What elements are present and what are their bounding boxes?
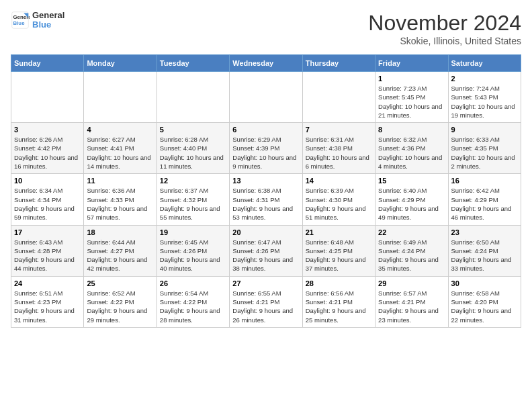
day-info: Sunrise: 7:23 AM Sunset: 5:45 PM Dayligh… xyxy=(378,84,445,120)
day-info: Sunrise: 6:40 AM Sunset: 4:29 PM Dayligh… xyxy=(378,186,445,222)
weekday-header: Saturday xyxy=(448,55,521,72)
calendar-cell xyxy=(11,72,84,123)
svg-text:Blue: Blue xyxy=(13,20,26,26)
day-info: Sunrise: 6:36 AM Sunset: 4:33 PM Dayligh… xyxy=(87,186,153,222)
calendar-week-row: 3Sunrise: 6:26 AM Sunset: 4:42 PM Daylig… xyxy=(11,123,521,174)
calendar-cell: 2Sunrise: 7:24 AM Sunset: 5:43 PM Daylig… xyxy=(448,72,521,123)
day-number: 24 xyxy=(14,279,81,287)
day-number: 9 xyxy=(451,126,518,134)
day-info: Sunrise: 6:47 AM Sunset: 4:26 PM Dayligh… xyxy=(232,238,299,273)
location-title: Skokie, Illinois, United States xyxy=(368,36,521,46)
calendar-cell: 9Sunrise: 6:33 AM Sunset: 4:35 PM Daylig… xyxy=(448,123,521,174)
calendar-cell: 6Sunrise: 6:29 AM Sunset: 4:39 PM Daylig… xyxy=(230,123,302,174)
day-number: 16 xyxy=(451,177,518,185)
calendar-table: SundayMondayTuesdayWednesdayThursdayFrid… xyxy=(11,54,521,328)
day-info: Sunrise: 6:51 AM Sunset: 4:23 PM Dayligh… xyxy=(14,289,81,324)
day-number: 2 xyxy=(451,75,518,83)
weekday-header: Thursday xyxy=(302,55,375,72)
calendar-cell: 11Sunrise: 6:36 AM Sunset: 4:33 PM Dayli… xyxy=(84,174,157,225)
weekday-header: Wednesday xyxy=(230,55,302,72)
calendar-cell: 20Sunrise: 6:47 AM Sunset: 4:26 PM Dayli… xyxy=(230,225,302,276)
day-info: Sunrise: 6:26 AM Sunset: 4:42 PM Dayligh… xyxy=(14,135,81,171)
day-info: Sunrise: 6:27 AM Sunset: 4:41 PM Dayligh… xyxy=(87,135,153,171)
calendar-cell: 8Sunrise: 6:32 AM Sunset: 4:36 PM Daylig… xyxy=(375,123,448,174)
logo-text-line2: Blue xyxy=(32,20,64,30)
day-info: Sunrise: 6:29 AM Sunset: 4:39 PM Dayligh… xyxy=(232,135,299,171)
title-block: November 2024 Skokie, Illinois, United S… xyxy=(368,11,521,46)
day-info: Sunrise: 6:50 AM Sunset: 4:24 PM Dayligh… xyxy=(451,238,518,273)
logo: General Blue General Blue xyxy=(11,11,64,30)
day-info: Sunrise: 6:44 AM Sunset: 4:27 PM Dayligh… xyxy=(87,238,153,273)
calendar-cell: 24Sunrise: 6:51 AM Sunset: 4:23 PM Dayli… xyxy=(11,276,84,327)
day-number: 11 xyxy=(87,177,153,185)
calendar-week-row: 24Sunrise: 6:51 AM Sunset: 4:23 PM Dayli… xyxy=(11,276,521,327)
calendar-cell: 1Sunrise: 7:23 AM Sunset: 5:45 PM Daylig… xyxy=(375,72,448,123)
day-info: Sunrise: 6:38 AM Sunset: 4:31 PM Dayligh… xyxy=(232,186,299,222)
day-number: 26 xyxy=(160,279,226,287)
calendar-cell: 29Sunrise: 6:57 AM Sunset: 4:21 PM Dayli… xyxy=(375,276,448,327)
day-info: Sunrise: 6:37 AM Sunset: 4:32 PM Dayligh… xyxy=(160,186,226,222)
day-info: Sunrise: 6:33 AM Sunset: 4:35 PM Dayligh… xyxy=(451,135,518,171)
day-info: Sunrise: 6:32 AM Sunset: 4:36 PM Dayligh… xyxy=(378,135,445,171)
day-info: Sunrise: 6:43 AM Sunset: 4:28 PM Dayligh… xyxy=(14,238,81,273)
calendar-cell: 27Sunrise: 6:55 AM Sunset: 4:21 PM Dayli… xyxy=(230,276,302,327)
day-number: 13 xyxy=(232,177,299,185)
day-number: 4 xyxy=(87,126,153,134)
calendar-cell: 3Sunrise: 6:26 AM Sunset: 4:42 PM Daylig… xyxy=(11,123,84,174)
day-number: 1 xyxy=(378,75,445,83)
calendar-cell: 12Sunrise: 6:37 AM Sunset: 4:32 PM Dayli… xyxy=(157,174,229,225)
calendar-cell: 7Sunrise: 6:31 AM Sunset: 4:38 PM Daylig… xyxy=(302,123,375,174)
day-number: 18 xyxy=(87,228,153,236)
day-number: 14 xyxy=(306,177,372,185)
day-number: 5 xyxy=(160,126,226,134)
calendar-week-row: 17Sunrise: 6:43 AM Sunset: 4:28 PM Dayli… xyxy=(11,225,521,276)
calendar-cell: 26Sunrise: 6:54 AM Sunset: 4:22 PM Dayli… xyxy=(157,276,229,327)
calendar-cell: 19Sunrise: 6:45 AM Sunset: 4:26 PM Dayli… xyxy=(157,225,229,276)
weekday-header: Friday xyxy=(375,55,448,72)
day-info: Sunrise: 6:45 AM Sunset: 4:26 PM Dayligh… xyxy=(160,238,226,273)
calendar-cell: 4Sunrise: 6:27 AM Sunset: 4:41 PM Daylig… xyxy=(84,123,157,174)
day-info: Sunrise: 6:42 AM Sunset: 4:29 PM Dayligh… xyxy=(451,186,518,222)
day-info: Sunrise: 6:49 AM Sunset: 4:24 PM Dayligh… xyxy=(378,238,445,273)
page-header: General Blue General Blue November 2024 … xyxy=(11,11,521,46)
day-info: Sunrise: 7:24 AM Sunset: 5:43 PM Dayligh… xyxy=(451,84,518,120)
day-number: 19 xyxy=(160,228,226,236)
month-title: November 2024 xyxy=(368,11,521,36)
day-info: Sunrise: 6:39 AM Sunset: 4:30 PM Dayligh… xyxy=(306,186,372,222)
calendar-cell: 17Sunrise: 6:43 AM Sunset: 4:28 PM Dayli… xyxy=(11,225,84,276)
calendar-cell: 5Sunrise: 6:28 AM Sunset: 4:40 PM Daylig… xyxy=(157,123,229,174)
day-number: 29 xyxy=(378,279,445,287)
logo-icon: General Blue xyxy=(11,11,30,30)
calendar-cell: 18Sunrise: 6:44 AM Sunset: 4:27 PM Dayli… xyxy=(84,225,157,276)
calendar-week-row: 10Sunrise: 6:34 AM Sunset: 4:34 PM Dayli… xyxy=(11,174,521,225)
weekday-header: Monday xyxy=(84,55,157,72)
day-info: Sunrise: 6:54 AM Sunset: 4:22 PM Dayligh… xyxy=(160,289,226,324)
day-info: Sunrise: 6:31 AM Sunset: 4:38 PM Dayligh… xyxy=(306,135,372,171)
calendar-cell xyxy=(157,72,229,123)
day-number: 23 xyxy=(451,228,518,236)
weekday-header: Tuesday xyxy=(157,55,229,72)
day-info: Sunrise: 6:28 AM Sunset: 4:40 PM Dayligh… xyxy=(160,135,226,171)
calendar-cell: 23Sunrise: 6:50 AM Sunset: 4:24 PM Dayli… xyxy=(448,225,521,276)
day-number: 3 xyxy=(14,126,81,134)
calendar-cell xyxy=(302,72,375,123)
day-number: 8 xyxy=(378,126,445,134)
day-number: 27 xyxy=(232,279,299,287)
day-info: Sunrise: 6:34 AM Sunset: 4:34 PM Dayligh… xyxy=(14,186,81,222)
day-info: Sunrise: 6:48 AM Sunset: 4:25 PM Dayligh… xyxy=(306,238,372,273)
day-number: 12 xyxy=(160,177,226,185)
logo-text-line1: General xyxy=(32,11,64,20)
day-number: 6 xyxy=(232,126,299,134)
day-number: 15 xyxy=(378,177,445,185)
calendar-cell: 10Sunrise: 6:34 AM Sunset: 4:34 PM Dayli… xyxy=(11,174,84,225)
day-number: 30 xyxy=(451,279,518,287)
day-number: 22 xyxy=(378,228,445,236)
day-number: 7 xyxy=(306,126,372,134)
day-number: 21 xyxy=(306,228,372,236)
calendar-cell: 22Sunrise: 6:49 AM Sunset: 4:24 PM Dayli… xyxy=(375,225,448,276)
calendar-cell: 30Sunrise: 6:58 AM Sunset: 4:20 PM Dayli… xyxy=(448,276,521,327)
day-info: Sunrise: 6:55 AM Sunset: 4:21 PM Dayligh… xyxy=(232,289,299,324)
day-info: Sunrise: 6:56 AM Sunset: 4:21 PM Dayligh… xyxy=(306,289,372,324)
calendar-cell xyxy=(84,72,157,123)
day-info: Sunrise: 6:52 AM Sunset: 4:22 PM Dayligh… xyxy=(87,289,153,324)
